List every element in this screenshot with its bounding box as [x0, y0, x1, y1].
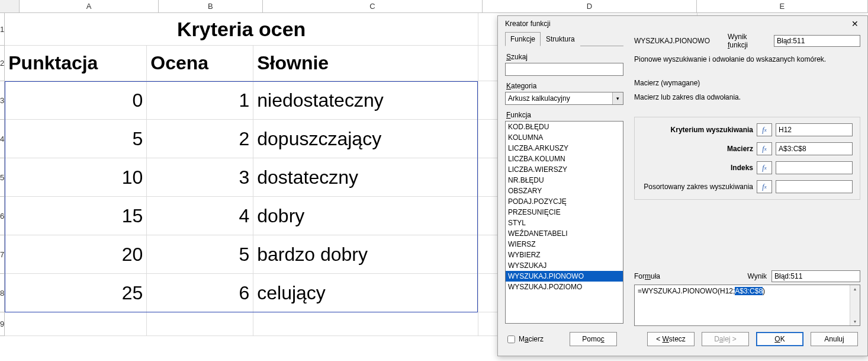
column-headers: A B C D E	[0, 0, 868, 13]
row-header[interactable]: 6	[0, 197, 5, 235]
fx-button[interactable]: fx	[757, 180, 772, 193]
cell-grade[interactable]: 3	[147, 158, 253, 196]
close-button[interactable]: ✕	[846, 17, 864, 30]
close-icon: ✕	[851, 19, 859, 28]
formula-result-label: Wynik	[747, 272, 767, 280]
required-description: Macierz lub zakres dla odwołania.	[634, 93, 860, 101]
row-header[interactable]: 5	[0, 158, 5, 197]
cell-grade[interactable]: 6	[147, 274, 253, 312]
function-item[interactable]: PRZESUNIĘCIE	[506, 207, 623, 218]
row-header[interactable]: 9	[0, 312, 5, 336]
argument-input[interactable]	[776, 180, 853, 193]
cell-word[interactable]: dostateczny	[253, 158, 478, 196]
function-item[interactable]: KOLUMNA	[506, 132, 623, 143]
row-header[interactable]: 2	[0, 46, 5, 81]
dialog-titlebar[interactable]: Kreator funkcji ✕	[498, 16, 867, 31]
help-button[interactable]: Pomoc	[570, 332, 617, 346]
cell[interactable]	[147, 312, 253, 336]
function-item[interactable]: OBSZARY	[506, 186, 623, 196]
next-button[interactable]: Dalej >	[702, 332, 749, 346]
checkbox-input[interactable]	[507, 336, 515, 343]
function-item[interactable]: WIERSZ	[506, 239, 623, 250]
cell-pts[interactable]: 25	[5, 274, 147, 312]
cell-pts[interactable]: 15	[5, 197, 147, 235]
row-header[interactable]: 8	[0, 274, 5, 312]
category-combo[interactable]: Arkusz kalkulacyjny ▾	[505, 92, 623, 105]
argument-row: Indeksfx	[641, 161, 853, 174]
formula-text-post: )	[763, 287, 765, 295]
formula-textarea[interactable]: =WYSZUKAJ.PIONOWO(H12;A$3:C$8) ▴▾	[634, 285, 860, 326]
cell-word[interactable]: dopuszczający	[253, 120, 478, 158]
cell[interactable]	[253, 312, 478, 336]
select-all-corner[interactable]	[0, 0, 20, 12]
cell-pts[interactable]: 20	[5, 235, 147, 273]
selected-function-name: WYSZUKAJ.PIONOWO	[634, 37, 710, 45]
argument-label: Posortowany zakres wyszukiwania	[641, 183, 753, 191]
row-header[interactable]: 4	[0, 120, 5, 158]
tab-functions[interactable]: Funkcje	[505, 32, 541, 46]
col-header-b[interactable]: B	[159, 0, 263, 12]
category-value: Arkusz kalkulacyjny	[508, 94, 570, 103]
header-ocena[interactable]: Ocena	[147, 46, 253, 81]
cell[interactable]	[5, 312, 147, 336]
function-description: Pionowe wyszukiwanie i odwołanie do wska…	[634, 55, 860, 63]
function-item[interactable]: LICZBA.ARKUSZY	[506, 143, 623, 154]
function-item[interactable]: LICZBA.WIERSZY	[506, 164, 623, 175]
function-item[interactable]: STYL	[506, 218, 623, 228]
cancel-button[interactable]: Anuluj	[811, 332, 858, 346]
argument-label: Kryterium wyszukiwania	[641, 126, 753, 134]
fx-button[interactable]: fx	[757, 161, 772, 174]
arguments-box: Kryterium wyszukiwaniafxH12MacierzfxA$3:…	[634, 117, 860, 200]
function-item[interactable]: LICZBA.KOLUMN	[506, 154, 623, 164]
search-label: SSzukajzukaj	[506, 53, 623, 61]
scrollbar[interactable]: ▴▾	[850, 285, 860, 325]
title-cell[interactable]: Kryteria ocen	[5, 13, 478, 45]
col-header-c[interactable]: C	[263, 0, 483, 12]
function-item[interactable]: WEŹDANETABELI	[506, 228, 623, 239]
col-header-d[interactable]: D	[483, 0, 697, 12]
formula-text-selection: A$3:C$8	[735, 287, 763, 295]
col-header-e[interactable]: E	[697, 0, 868, 12]
function-item[interactable]: WYBIERZ	[506, 250, 623, 260]
row-header[interactable]: 1	[0, 13, 5, 46]
argument-row: Posortowany zakres wyszukiwaniafx	[641, 180, 853, 193]
cell-word[interactable]: celujący	[253, 274, 478, 312]
required-label: Macierz (wymagane)	[634, 79, 860, 87]
cell-word[interactable]: bardzo dobry	[253, 235, 478, 273]
col-header-a[interactable]: A	[20, 0, 159, 12]
header-slownie[interactable]: Słownie	[253, 46, 478, 81]
array-checkbox[interactable]: Macierz	[507, 335, 544, 343]
function-item[interactable]: NR.BŁĘDU	[506, 175, 623, 186]
argument-label: Macierz	[641, 145, 753, 153]
function-item[interactable]: WYSZUKAJ.PIONOWO	[506, 271, 623, 282]
cell-pts[interactable]: 0	[5, 81, 147, 119]
cell-pts[interactable]: 5	[5, 120, 147, 158]
argument-input[interactable]: A$3:C$8	[776, 142, 853, 155]
cell-grade[interactable]: 5	[147, 235, 253, 273]
argument-label: Indeks	[641, 164, 753, 172]
tab-structure[interactable]: Struktura	[541, 32, 580, 46]
function-item[interactable]: WYSZUKAJ	[506, 260, 623, 271]
row-header[interactable]: 7	[0, 235, 5, 274]
row-header[interactable]: 3	[0, 81, 5, 120]
fx-button[interactable]: fx	[757, 123, 772, 136]
search-input[interactable]	[505, 63, 623, 76]
function-item[interactable]: KOD.BŁĘDU	[506, 122, 623, 132]
cell-grade[interactable]: 4	[147, 197, 253, 235]
function-item[interactable]: PODAJ.POZYCJĘ	[506, 196, 623, 207]
cell-grade[interactable]: 2	[147, 120, 253, 158]
cell-pts[interactable]: 10	[5, 158, 147, 196]
function-listbox[interactable]: KOD.BŁĘDUKOLUMNALICZBA.ARKUSZYLICZBA.KOL…	[505, 121, 623, 324]
back-button[interactable]: < Wstecz	[647, 332, 695, 346]
header-punktacja[interactable]: Punktacja	[5, 46, 147, 81]
cell-word[interactable]: dobry	[253, 197, 478, 235]
formula-result: Błąd:511	[771, 270, 860, 282]
tabs: Funkcje Struktura	[505, 31, 623, 46]
ok-button[interactable]: OK	[756, 332, 803, 346]
cell-word[interactable]: niedostateczny	[253, 81, 478, 119]
cell-grade[interactable]: 1	[147, 81, 253, 119]
argument-input[interactable]	[776, 161, 853, 174]
fx-button[interactable]: fx	[757, 142, 772, 155]
function-item[interactable]: WYSZUKAJ.POZIOMO	[506, 282, 623, 292]
argument-input[interactable]: H12	[776, 123, 853, 136]
